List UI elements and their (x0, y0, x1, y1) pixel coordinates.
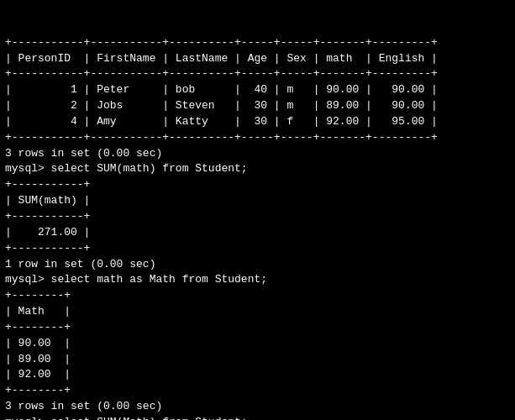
terminal-line: | 90.00 | (5, 336, 510, 352)
terminal-line: 3 rows in set (0.00 sec) (5, 146, 510, 162)
terminal-line: +-----------+-----------+----------+----… (5, 66, 510, 82)
terminal-line: 1 row in set (0.00 sec) (5, 257, 510, 273)
terminal-line: | 1 | Peter | bob | 40 | m | 90.00 | 90.… (5, 82, 510, 98)
terminal-line: +-----------+-----------+----------+----… (5, 130, 510, 146)
terminal-line: +--------+ (5, 320, 510, 336)
terminal-line: +-----------+-----------+----------+----… (5, 35, 510, 51)
terminal-line: mysql> select SUM(math) from Student; (5, 161, 510, 177)
terminal-line: | SUM(math) | (5, 193, 510, 209)
terminal-line: | 92.00 | (5, 367, 510, 383)
terminal-line: 3 rows in set (0.00 sec) (5, 399, 510, 415)
terminal-line: | PersonID | FirstName | LastName | Age … (5, 51, 510, 67)
terminal-line: +--------+ (5, 288, 510, 304)
terminal-line: mysql> select SUM(Math) from Student; (5, 415, 510, 420)
terminal-line: | Math | (5, 304, 510, 320)
terminal-line: +--------+ (5, 383, 510, 399)
terminal-line: +-----------+ (5, 177, 510, 193)
terminal-line: +-----------+ (5, 241, 510, 257)
terminal-output: +-----------+-----------+----------+----… (5, 3, 510, 420)
terminal-line: | 4 | Amy | Katty | 30 | f | 92.00 | 95.… (5, 114, 510, 130)
terminal-line: +-----------+ (5, 209, 510, 225)
terminal-line: mysql> select math as Math from Student; (5, 272, 510, 288)
terminal-content: +-----------+-----------+----------+----… (5, 35, 510, 420)
terminal-line: | 271.00 | (5, 225, 510, 241)
terminal-line: | 89.00 | (5, 352, 510, 368)
terminal-line: | 2 | Jobs | Steven | 30 | m | 89.00 | 9… (5, 98, 510, 114)
